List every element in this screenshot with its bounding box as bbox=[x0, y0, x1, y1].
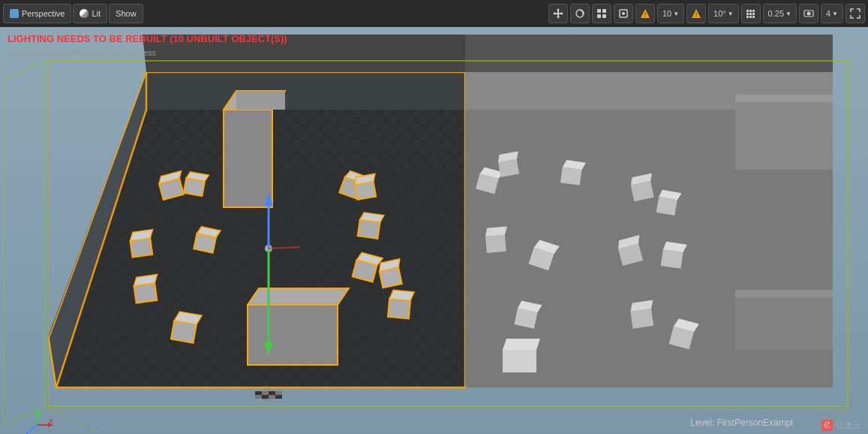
angle-dropdown: ▼ bbox=[728, 11, 734, 17]
svg-text:!: ! bbox=[695, 11, 698, 18]
svg-rect-69 bbox=[388, 299, 410, 318]
svg-rect-10 bbox=[602, 14, 606, 18]
scale-dropdown: ▼ bbox=[785, 11, 791, 17]
move-grid-icon[interactable] bbox=[741, 4, 761, 23]
perspective-button[interactable]: Perspective bbox=[3, 4, 71, 23]
svg-rect-117 bbox=[630, 309, 653, 329]
svg-rect-1 bbox=[557, 10, 559, 17]
grid-size-button[interactable]: 10 ▼ bbox=[657, 4, 684, 23]
perspective-check-icon bbox=[10, 9, 19, 18]
lighting-warning: LIGHTING NEEDS TO BE REBUILT (10 unbuilt… bbox=[8, 33, 287, 44]
svg-point-27 bbox=[806, 12, 810, 16]
svg-rect-17 bbox=[746, 13, 749, 15]
perspective-label: Perspective bbox=[22, 9, 65, 18]
show-label: Show bbox=[116, 9, 137, 18]
lit-label: Lit bbox=[92, 9, 101, 18]
level-name-value: FirstPersonExampl bbox=[717, 417, 793, 428]
camera-speed-value: 4 bbox=[826, 9, 830, 18]
angle-button[interactable]: 10° ▼ bbox=[708, 4, 739, 23]
toolbar: Perspective Lit Show bbox=[0, 0, 868, 27]
svg-marker-35 bbox=[146, 72, 465, 110]
camera-icon[interactable] bbox=[799, 4, 818, 23]
svg-marker-122 bbox=[503, 339, 540, 350]
svg-rect-99 bbox=[498, 159, 519, 177]
svg-text:!: ! bbox=[644, 11, 647, 18]
lit-button[interactable]: Lit bbox=[73, 4, 107, 23]
scale-icon[interactable] bbox=[592, 4, 611, 23]
svg-marker-2 bbox=[557, 8, 560, 11]
svg-marker-50 bbox=[248, 288, 349, 305]
show-button[interactable]: Show bbox=[109, 4, 143, 23]
svg-rect-87 bbox=[269, 391, 275, 395]
scale-value: 0.25 bbox=[768, 9, 784, 18]
svg-rect-92 bbox=[275, 395, 282, 399]
svg-rect-48 bbox=[236, 91, 285, 110]
fullscreen-button[interactable] bbox=[845, 4, 865, 23]
toolbar-right: ! 10 ▼ ! 10° ▼ bbox=[548, 4, 865, 23]
svg-rect-96 bbox=[735, 290, 833, 297]
grid-translate-icon[interactable] bbox=[548, 4, 568, 23]
svg-rect-113 bbox=[661, 249, 683, 269]
svg-rect-86 bbox=[262, 391, 269, 395]
grid-size-value: 10 bbox=[662, 9, 671, 18]
scene-view: Y X Z bbox=[0, 27, 868, 434]
svg-rect-85 bbox=[255, 391, 262, 395]
angle-warning-icon[interactable]: ! bbox=[686, 4, 706, 23]
svg-rect-22 bbox=[752, 10, 755, 12]
grid-size-dropdown: ▼ bbox=[673, 11, 679, 17]
suppress-message: 'DisableAllScreenMessages' to suppress bbox=[8, 48, 156, 57]
level-info: Level: FirstPersonExampl bbox=[690, 417, 793, 428]
svg-rect-105 bbox=[656, 197, 677, 215]
svg-rect-23 bbox=[746, 16, 749, 18]
lit-icon bbox=[80, 9, 89, 18]
svg-rect-121 bbox=[503, 350, 536, 372]
svg-rect-101 bbox=[560, 167, 582, 185]
svg-rect-7 bbox=[597, 9, 601, 13]
snap-icon[interactable] bbox=[614, 4, 633, 23]
watermark: 亿 亿速云 bbox=[821, 420, 860, 431]
watermark-text: 亿速云 bbox=[836, 420, 860, 431]
warning-snap-icon[interactable]: ! bbox=[635, 4, 655, 23]
svg-rect-88 bbox=[275, 391, 282, 395]
level-label: Level: bbox=[690, 417, 714, 428]
svg-marker-70 bbox=[389, 290, 414, 301]
svg-rect-9 bbox=[597, 14, 601, 18]
svg-rect-46 bbox=[224, 110, 272, 207]
svg-rect-24 bbox=[749, 16, 752, 18]
svg-text:X: X bbox=[49, 417, 53, 425]
watermark-logo: 亿 bbox=[821, 420, 833, 431]
svg-rect-25 bbox=[752, 16, 755, 18]
toolbar-left: Perspective Lit Show bbox=[3, 4, 143, 23]
viewport[interactable]: LIGHTING NEEDS TO BE REBUILT (10 unbuilt… bbox=[0, 27, 868, 434]
svg-rect-49 bbox=[248, 305, 338, 365]
svg-rect-19 bbox=[752, 13, 755, 15]
svg-text:Y: Y bbox=[39, 408, 44, 416]
svg-rect-8 bbox=[602, 9, 606, 13]
svg-rect-93 bbox=[735, 95, 833, 170]
rotate-icon[interactable] bbox=[570, 4, 590, 23]
svg-rect-94 bbox=[735, 95, 833, 102]
svg-marker-3 bbox=[557, 17, 560, 19]
camera-speed-button[interactable]: 4 ▼ bbox=[821, 4, 843, 23]
svg-point-12 bbox=[622, 12, 625, 15]
svg-rect-107 bbox=[485, 235, 506, 253]
scale-value-button[interactable]: 0.25 ▼ bbox=[763, 4, 797, 23]
svg-marker-44 bbox=[465, 35, 833, 72]
svg-rect-20 bbox=[746, 10, 749, 12]
camera-speed-dropdown: ▼ bbox=[832, 11, 838, 17]
angle-value: 10° bbox=[713, 9, 726, 18]
svg-marker-5 bbox=[561, 12, 563, 15]
svg-rect-90 bbox=[262, 395, 269, 399]
svg-rect-89 bbox=[255, 395, 262, 399]
svg-marker-4 bbox=[553, 12, 555, 15]
svg-rect-95 bbox=[735, 290, 833, 350]
svg-rect-91 bbox=[269, 395, 275, 399]
svg-rect-18 bbox=[749, 13, 752, 15]
svg-rect-21 bbox=[749, 10, 752, 12]
